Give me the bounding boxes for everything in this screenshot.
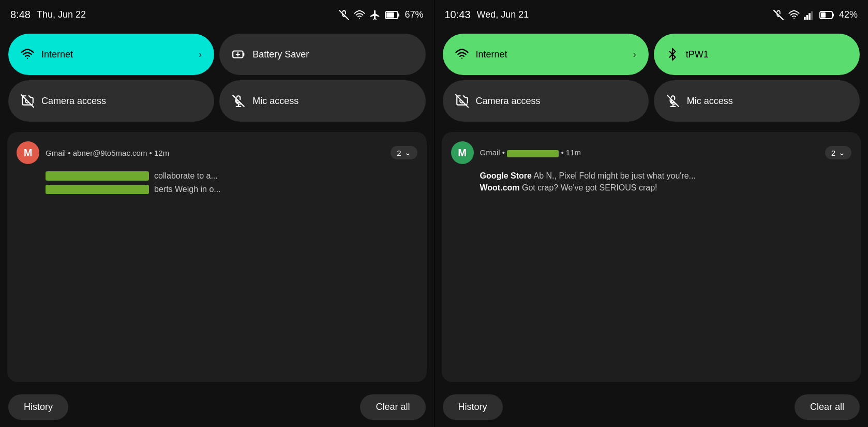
mic-off-icon	[232, 94, 245, 108]
left-notif-account: abner@9to5mac.com	[73, 149, 147, 157]
battery-saver-icon	[232, 48, 245, 61]
right-battery: 42%	[839, 9, 858, 20]
left-notif-avatar: M	[17, 141, 39, 164]
svg-line-0	[339, 10, 349, 19]
left-notification-area: M Gmail • abner@9to5mac.com • 12m 2 ⌄ co…	[0, 127, 434, 389]
left-notif-meta: Gmail • abner@9to5mac.com • 12m	[46, 149, 384, 157]
left-notif-expand[interactable]: 2 ⌄	[391, 146, 417, 159]
camera-off-icon	[21, 94, 34, 108]
chevron-right-icon: ›	[199, 49, 202, 60]
left-notif-text-1: collaborate to a...	[154, 171, 218, 181]
right-chevron-right-icon: ›	[633, 49, 636, 60]
left-notif-text-2: berts Weigh in o...	[154, 185, 221, 194]
right-notif-items: Google Store Ab N., Pixel Fold might be …	[480, 171, 852, 193]
right-mic-label: Mic access	[687, 96, 847, 107]
left-internet-tile[interactable]: Internet ›	[8, 34, 214, 75]
airplane-icon	[369, 9, 381, 20]
right-tiles-row-1: Internet › tPW1	[443, 34, 860, 75]
left-mic-label: Mic access	[252, 96, 413, 107]
left-date: Thu, Jun 22	[37, 9, 86, 20]
left-notif-app: Gmail	[46, 149, 66, 157]
left-panel: 8:48 Thu, Jun 22	[0, 0, 435, 427]
svg-rect-2	[386, 12, 394, 18]
bluetooth-icon	[666, 48, 679, 61]
right-action-bar: History Clear all	[435, 389, 869, 427]
left-camera-label: Camera access	[41, 96, 202, 107]
left-notification-card: M Gmail • abner@9to5mac.com • 12m 2 ⌄ co…	[7, 132, 427, 382]
left-notif-time: 12m	[154, 149, 169, 157]
svg-rect-16	[832, 13, 834, 17]
right-date: Wed, Jun 21	[477, 9, 529, 20]
right-wifi-icon	[788, 9, 800, 20]
svg-rect-10	[804, 17, 806, 19]
left-time: 8:48	[10, 9, 31, 21]
right-tiles-row-2: Camera access Mic access	[443, 80, 860, 122]
svg-rect-5	[243, 53, 245, 56]
right-notif-line-1: Google Store Ab N., Pixel Fold might be …	[480, 171, 852, 181]
right-panel: 10:43 Wed, Jun 21	[435, 0, 869, 427]
right-mic-tile[interactable]: Mic access	[654, 80, 860, 122]
left-tiles-row-1: Internet › Battery Saver	[8, 34, 426, 75]
left-notif-content: collaborate to a... berts Weigh in o...	[46, 171, 417, 194]
left-battery-saver-label: Battery Saver	[252, 49, 413, 60]
left-notif-count: 2	[397, 149, 401, 157]
right-notif-text-2: Got crap? We've got SERIOUS crap!	[522, 183, 657, 192]
right-notif-text-1: Ab N., Pixel Fold might be just what you…	[534, 171, 696, 180]
wifi-icon	[354, 9, 365, 20]
wifi-tile-icon	[21, 48, 34, 61]
svg-rect-11	[806, 15, 809, 20]
left-notif-item-1: collaborate to a...	[46, 171, 417, 181]
left-history-button[interactable]: History	[8, 394, 68, 420]
right-clear-all-button[interactable]: Clear all	[795, 394, 860, 420]
left-battery-saver-tile[interactable]: Battery Saver	[219, 34, 425, 75]
right-notification-card: M Gmail • • 11m 2 ⌄ Google Store	[442, 132, 861, 382]
left-mic-tile[interactable]: Mic access	[219, 80, 425, 122]
right-internet-label: Internet	[476, 49, 626, 60]
svg-line-9	[774, 10, 783, 19]
right-notif-sender-2: Woot.com	[480, 183, 520, 192]
right-signal-icon	[804, 9, 815, 20]
left-internet-label: Internet	[41, 49, 191, 60]
right-notif-expand[interactable]: 2 ⌄	[825, 146, 851, 159]
right-internet-tile[interactable]: Internet ›	[443, 34, 649, 75]
right-mic-off-icon	[666, 94, 680, 108]
svg-rect-12	[809, 13, 811, 20]
right-tiles-area: Internet › tPW1	[435, 28, 869, 127]
right-time: 10:43	[445, 9, 471, 21]
chevron-down-icon: ⌄	[405, 148, 411, 157]
right-mute-icon	[773, 9, 784, 20]
right-notif-app: Gmail	[480, 148, 500, 157]
left-notif-bar-1	[46, 171, 149, 181]
right-notif-account-blur	[507, 150, 559, 157]
right-bluetooth-tile[interactable]: tPW1	[654, 34, 860, 75]
right-notif-time: 11m	[566, 148, 581, 157]
right-notification-area: M Gmail • • 11m 2 ⌄ Google Store	[435, 127, 869, 389]
right-notif-header: M Gmail • • 11m 2 ⌄	[451, 141, 852, 164]
right-camera-off-icon	[455, 94, 469, 108]
right-camera-label: Camera access	[476, 96, 636, 107]
svg-rect-13	[811, 11, 813, 19]
right-status-bar: 10:43 Wed, Jun 21	[435, 0, 869, 28]
right-notif-count: 2	[831, 149, 835, 157]
left-tiles-row-2: Camera access Mic access	[8, 80, 426, 122]
right-notif-line-2: Woot.com Got crap? We've got SERIOUS cra…	[480, 183, 852, 193]
left-action-bar: History Clear all	[0, 389, 434, 427]
svg-rect-3	[398, 13, 399, 17]
svg-rect-15	[821, 12, 826, 18]
right-bluetooth-label: tPW1	[686, 49, 847, 60]
left-notif-header: M Gmail • abner@9to5mac.com • 12m 2 ⌄	[17, 141, 417, 164]
left-clear-all-button[interactable]: Clear all	[360, 394, 425, 420]
right-camera-tile[interactable]: Camera access	[443, 80, 649, 122]
battery-icon	[385, 9, 400, 20]
left-notif-item-2: berts Weigh in o...	[46, 185, 417, 194]
right-battery-icon	[819, 9, 835, 20]
right-history-button[interactable]: History	[443, 394, 503, 420]
left-battery: 67%	[405, 9, 423, 20]
right-chevron-down-icon: ⌄	[839, 148, 845, 157]
right-notif-meta: Gmail • • 11m	[480, 148, 819, 157]
right-notif-avatar: M	[451, 141, 474, 164]
left-notif-bar-2	[46, 185, 149, 194]
right-notif-content: Google Store Ab N., Pixel Fold might be …	[480, 171, 852, 193]
left-status-bar: 8:48 Thu, Jun 22	[0, 0, 434, 28]
left-camera-tile[interactable]: Camera access	[8, 80, 214, 122]
